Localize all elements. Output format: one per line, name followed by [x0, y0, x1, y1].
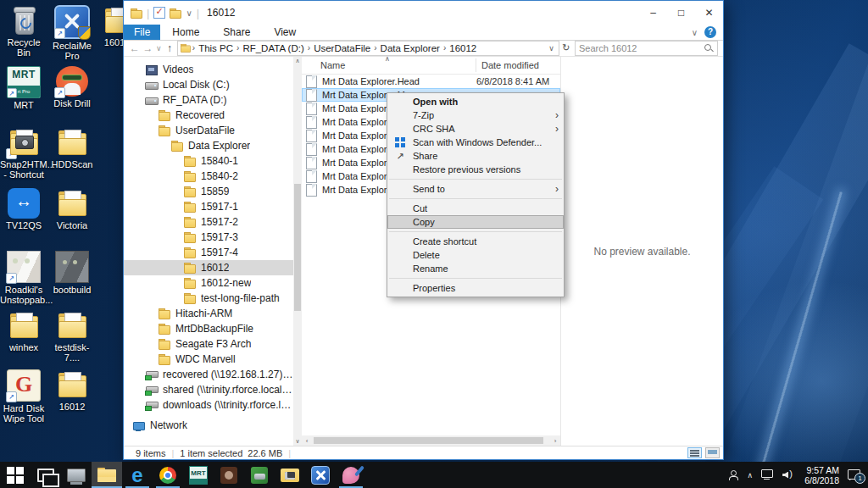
- desktop-icon-bootbuild[interactable]: bootbuild: [48, 251, 96, 295]
- tree-item-seagate-f3-arch[interactable]: Seagate F3 Arch: [124, 336, 293, 352]
- scroll-up-icon[interactable]: ∧: [293, 58, 302, 64]
- thumbnails-view-button[interactable]: [705, 447, 720, 458]
- breadcrumb-segment-userdatafile[interactable]: UserDataFile: [311, 43, 373, 53]
- details-view-button[interactable]: [687, 447, 702, 458]
- desktop-icon-reclaime-pro[interactable]: ↗ReclaiMe Pro: [48, 5, 96, 61]
- desktop-icon-16012[interactable]: 16012: [48, 369, 96, 412]
- menu-item-rename[interactable]: Rename: [387, 262, 564, 275]
- scroll-down-icon[interactable]: ∨: [293, 438, 302, 445]
- tree-item-hitachi-arm[interactable]: Hitachi-ARM: [124, 306, 293, 321]
- breadcrumb-segment-this-pc[interactable]: This PC: [196, 43, 236, 53]
- search-input[interactable]: [576, 43, 703, 53]
- tab-file[interactable]: File: [124, 25, 160, 40]
- people-icon[interactable]: [727, 469, 739, 481]
- desktop-icon-victoria[interactable]: Victoria: [48, 188, 96, 230]
- tree-item-downloads-trinity-rforce-local-t[interactable]: downloads (\\trinity.rforce.local) (T:): [124, 397, 293, 413]
- tab-share[interactable]: Share: [211, 25, 262, 40]
- menu-item-copy[interactable]: Copy: [387, 215, 564, 229]
- taskbar-button-reclaime[interactable]: [305, 462, 336, 488]
- desktop-icon-disk-drill[interactable]: ↗Disk Drill: [48, 66, 96, 108]
- tree-item-mrtdbbackupfile[interactable]: MrtDbBackupFile: [124, 321, 293, 336]
- tree-item-15917-3[interactable]: 15917-3: [124, 230, 293, 245]
- tree-item-15859[interactable]: 15859: [124, 184, 293, 199]
- desktop-icon-mrt[interactable]: MRTrt Pro↗MRT: [0, 66, 47, 110]
- menu-item-send-to[interactable]: Send to›: [387, 182, 564, 196]
- tree-item-network[interactable]: Network: [124, 418, 293, 433]
- menu-item-scan-with-windows-defender[interactable]: Scan with Windows Defender...: [387, 136, 564, 149]
- tree-item-shared-trinity-rforce-local-s[interactable]: shared (\\trinity.rforce.local) (S:): [124, 382, 293, 397]
- taskbar-button-paint[interactable]: [336, 462, 366, 488]
- column-separator[interactable]: [476, 58, 476, 72]
- taskbar-button-edge[interactable]: e: [122, 462, 153, 488]
- taskbar-button-task-view[interactable]: [31, 462, 61, 488]
- tree-item-recovered[interactable]: Recovered: [124, 108, 293, 123]
- tree-item-local-disk-c[interactable]: Local Disk (C:): [124, 77, 293, 92]
- breadcrumb-dropdown-icon[interactable]: ∨: [548, 44, 557, 53]
- menu-item-restore-previous-versions[interactable]: Restore previous versions: [387, 163, 564, 176]
- clock[interactable]: 9:57 AM 6/8/2018: [804, 465, 839, 485]
- help-icon[interactable]: ?: [704, 26, 716, 38]
- tree-item-recovered-192-168-1-27-r[interactable]: recovered (\\192.168.1.27) (R:): [124, 367, 293, 382]
- refresh-icon[interactable]: ↻: [561, 42, 571, 53]
- back-button[interactable]: ←: [129, 42, 141, 54]
- horizontal-scrollbar[interactable]: ‹ ›: [302, 435, 560, 446]
- tray-expand-icon[interactable]: ∧: [748, 471, 754, 480]
- desktop-icon-hddscan[interactable]: HDDScan: [48, 127, 96, 169]
- desktop-icon-roadkil-s-unstoppab[interactable]: ↗Roadkil'sUnstoppab...: [0, 251, 47, 305]
- menu-item-share[interactable]: ↗Share: [387, 149, 564, 163]
- action-center-icon[interactable]: 1: [848, 469, 861, 480]
- tree-item-15917-2[interactable]: 15917-2: [124, 214, 293, 230]
- tree-item-userdatafile[interactable]: UserDataFile: [124, 123, 293, 138]
- taskbar-button-snap2html[interactable]: [275, 462, 305, 488]
- tree-item-15840-1[interactable]: 15840-1: [124, 153, 293, 169]
- scrollbar-thumb[interactable]: [294, 184, 301, 311]
- tree-item-videos[interactable]: Videos: [124, 62, 293, 77]
- taskbar-button-disk-tool[interactable]: [214, 462, 244, 488]
- tree-item-16012-new[interactable]: 16012-new: [124, 275, 293, 291]
- desktop-icon-winhex[interactable]: winhex: [0, 310, 47, 352]
- tree-item-test-long-file-path[interactable]: test-long-file-path: [124, 291, 293, 306]
- tree-item-rf-data-d[interactable]: RF_DATA (D:): [124, 92, 293, 108]
- forward-button[interactable]: →: [142, 42, 154, 54]
- file-row-mrt-data-explorer-head[interactable]: Mrt Data Explorer.Head6/8/2018 8:41 AM: [302, 75, 560, 88]
- menu-item-create-shortcut[interactable]: Create shortcut: [387, 235, 564, 248]
- breadcrumb-segment-data-explorer[interactable]: Data Explorer: [378, 43, 442, 53]
- network-icon[interactable]: [761, 469, 774, 480]
- volume-icon[interactable]: [782, 470, 796, 480]
- breadcrumb[interactable]: ›This PC›RF_DATA (D:)›UserDataFile›Data …: [177, 41, 559, 56]
- checkmark-icon[interactable]: [153, 7, 165, 19]
- maximize-button[interactable]: □: [667, 1, 695, 25]
- desktop-icon-hard-disk-wipe-tool[interactable]: G↗Hard DiskWipe Tool: [0, 369, 47, 424]
- menu-item-properties[interactable]: Properties: [387, 281, 564, 295]
- tab-view[interactable]: View: [262, 25, 308, 40]
- column-header-name[interactable]: Name: [320, 60, 345, 70]
- search-icon[interactable]: [703, 42, 715, 54]
- scrollbar-track[interactable]: [312, 436, 550, 445]
- breadcrumb-segment-rf-data-d[interactable]: RF_DATA (D:): [240, 43, 306, 53]
- scroll-left-icon[interactable]: ‹: [302, 437, 312, 445]
- menu-item-crc-sha[interactable]: CRC SHA›: [387, 122, 564, 136]
- taskbar-button-file-explorer[interactable]: [92, 462, 122, 488]
- tree-item-15917-1[interactable]: 15917-1: [124, 199, 293, 214]
- desktop-icon-testdisk-7[interactable]: testdisk-7....: [48, 310, 96, 363]
- tree-item-15917-4[interactable]: 15917-4: [124, 245, 293, 260]
- folder-icon[interactable]: [170, 8, 181, 18]
- taskbar-button-chrome[interactable]: [153, 462, 183, 488]
- tree-item-wdc-marvell[interactable]: WDC Marvell: [124, 352, 293, 367]
- desktop-icon-tv12qs[interactable]: ↔TV12QS: [0, 188, 47, 230]
- tree-item-data-explorer[interactable]: Data Explorer: [124, 138, 293, 153]
- column-header-date-modified[interactable]: Date modified: [481, 60, 539, 70]
- tree-scrollbar[interactable]: ∧ ∨: [293, 57, 302, 446]
- close-button[interactable]: ✕: [695, 1, 723, 25]
- menu-item-cut[interactable]: Cut: [387, 202, 564, 215]
- taskbar-button-hddscan[interactable]: [244, 462, 275, 488]
- tree-item-16012[interactable]: 16012: [124, 260, 293, 275]
- taskbar-button-remote-desktop[interactable]: [61, 462, 92, 488]
- history-dropdown-icon[interactable]: ∨: [155, 44, 162, 53]
- menu-item-open-with[interactable]: Open with: [387, 95, 564, 108]
- ribbon-collapse-icon[interactable]: ∨: [692, 28, 698, 37]
- scroll-right-icon[interactable]: ›: [550, 437, 560, 445]
- menu-item-delete[interactable]: Delete: [387, 248, 564, 262]
- qat-dropdown-icon[interactable]: ∨: [186, 8, 192, 18]
- scrollbar-thumb[interactable]: [314, 437, 543, 444]
